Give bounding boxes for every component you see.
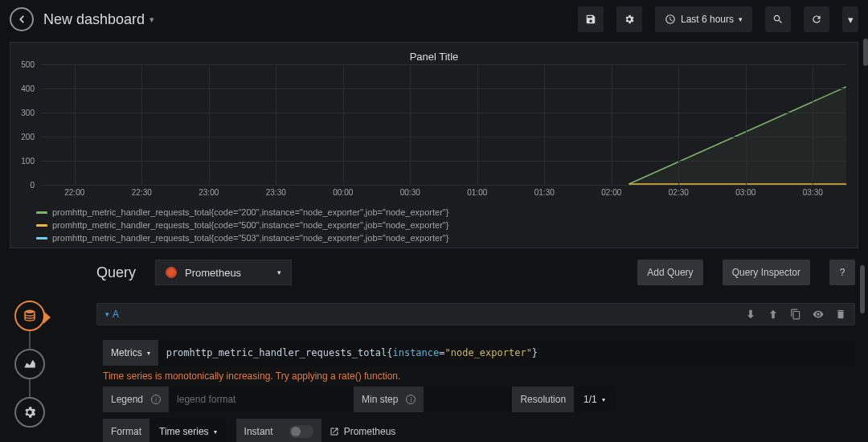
query-row-header: A bbox=[96, 303, 855, 325]
legend-label: Legendi bbox=[103, 387, 169, 412]
query-heading: Query bbox=[96, 264, 136, 281]
query-editor: Query Prometheus ▾ Add Query Query Inspe… bbox=[0, 256, 868, 442]
instant-toggle[interactable] bbox=[281, 419, 321, 442]
add-query-button[interactable]: Add Query bbox=[637, 260, 702, 285]
database-icon bbox=[23, 309, 37, 323]
eye-icon[interactable] bbox=[813, 309, 824, 320]
gear-icon bbox=[23, 405, 37, 419]
chart-area-icon bbox=[23, 357, 37, 371]
svg-marker-0 bbox=[628, 87, 846, 185]
search-icon bbox=[772, 14, 784, 25]
dashboard-title-dropdown[interactable]: New dashboard ▾ bbox=[43, 11, 154, 28]
save-button[interactable] bbox=[578, 6, 604, 32]
refresh-button[interactable] bbox=[804, 6, 829, 32]
min-step-input[interactable] bbox=[424, 387, 512, 412]
settings-button[interactable] bbox=[616, 6, 642, 32]
save-icon bbox=[585, 14, 596, 25]
query-body: Metrics▾ promhttp_metric_handler_request… bbox=[96, 340, 855, 442]
panel-title: Panel Title bbox=[14, 49, 854, 64]
format-select[interactable]: Time series▾ bbox=[149, 419, 227, 442]
back-button[interactable] bbox=[10, 7, 34, 31]
chevron-down-icon: ▾ bbox=[739, 15, 743, 23]
chevron-down-icon: ▾ bbox=[149, 14, 154, 25]
min-step-label: Min stepi bbox=[354, 387, 424, 412]
svg-point-1 bbox=[25, 310, 35, 314]
legend-item[interactable]: promhttp_metric_handler_requests_total{c… bbox=[36, 207, 448, 217]
query-inspector-button[interactable]: Query Inspector bbox=[723, 260, 810, 285]
refresh-interval-dropdown[interactable]: ▾ bbox=[842, 6, 858, 32]
datasource-label: Prometheus bbox=[185, 267, 241, 279]
format-label: Format bbox=[103, 419, 149, 442]
chevron-down-icon: ▾ bbox=[277, 268, 281, 276]
refresh-icon bbox=[811, 14, 822, 25]
query-warning: Time series is monotonically increasing.… bbox=[103, 366, 855, 383]
tab-queries[interactable] bbox=[14, 301, 45, 331]
prometheus-icon bbox=[166, 267, 177, 278]
scrollbar[interactable] bbox=[860, 265, 865, 439]
metric-expression-input[interactable]: promhttp_metric_handler_requests_total{i… bbox=[158, 340, 855, 366]
chevron-down-icon: ▾ bbox=[848, 14, 854, 26]
info-icon[interactable]: i bbox=[151, 395, 161, 404]
query-id-toggle[interactable]: A bbox=[105, 309, 119, 320]
clock-icon bbox=[665, 14, 676, 25]
scrollbar-thumb[interactable] bbox=[863, 39, 868, 66]
duplicate-icon[interactable] bbox=[790, 309, 801, 320]
trash-icon[interactable] bbox=[835, 309, 846, 320]
dashboard-title-text: New dashboard bbox=[43, 11, 145, 28]
resolution-label: Resolution bbox=[512, 387, 574, 412]
editor-tabs bbox=[14, 301, 45, 428]
tab-general[interactable] bbox=[14, 397, 45, 428]
datasource-select[interactable]: Prometheus ▾ bbox=[155, 260, 292, 285]
metrics-dropdown[interactable]: Metrics▾ bbox=[103, 340, 158, 366]
panel: Panel Title 0100200300400500 22:0022:302… bbox=[10, 42, 858, 248]
legend-item[interactable]: promhttp_metric_handler_requests_total{c… bbox=[36, 220, 448, 230]
top-toolbar: New dashboard ▾ Last 6 hours ▾ ▾ bbox=[0, 0, 868, 39]
legend-item[interactable]: promhttp_metric_handler_requests_total{c… bbox=[36, 233, 448, 243]
zoom-out-button[interactable] bbox=[765, 6, 791, 32]
instant-label: Instant bbox=[236, 419, 281, 442]
gear-icon bbox=[624, 14, 635, 25]
info-icon[interactable]: i bbox=[406, 395, 416, 404]
prometheus-link[interactable]: Prometheus bbox=[321, 419, 404, 442]
time-range-label: Last 6 hours bbox=[681, 14, 734, 25]
chart[interactable]: 0100200300400500 22:0022:3023:0023:3000:… bbox=[14, 64, 854, 203]
tab-visualization[interactable] bbox=[14, 349, 45, 379]
chart-legend: promhttp_metric_handler_requests_total{c… bbox=[14, 203, 854, 243]
legend-format-input[interactable]: legend format bbox=[169, 387, 354, 412]
help-button[interactable]: ? bbox=[829, 260, 855, 285]
resolution-select[interactable]: 1/1▾ bbox=[574, 387, 615, 412]
external-link-icon bbox=[330, 427, 339, 436]
move-down-icon[interactable] bbox=[745, 309, 756, 320]
time-range-picker[interactable]: Last 6 hours ▾ bbox=[655, 6, 752, 32]
move-up-icon[interactable] bbox=[768, 309, 779, 320]
